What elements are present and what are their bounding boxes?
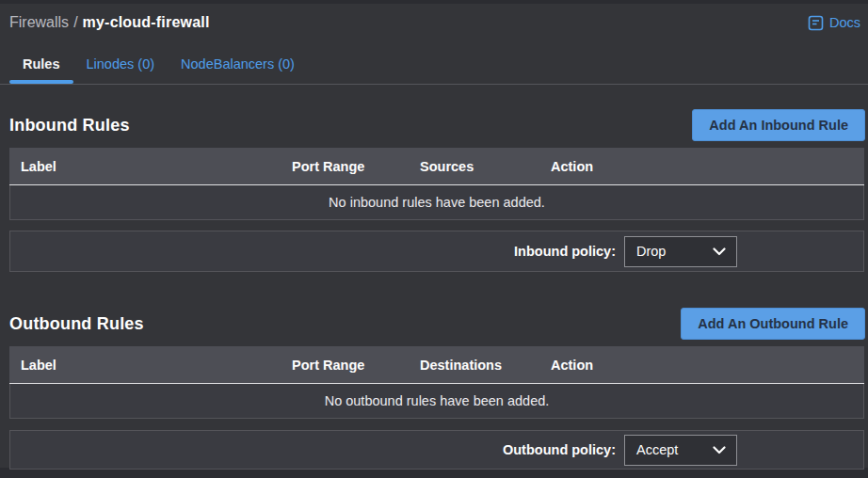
- inbound-section-header: Inbound Rules Add An Inbound Rule: [9, 109, 865, 141]
- inbound-rules-title: Inbound Rules: [9, 116, 130, 135]
- inbound-empty-row: No inbound rules have been added.: [9, 185, 864, 220]
- outbound-policy-label: Outbound policy:: [503, 442, 616, 457]
- firewall-detail-page: Firewalls/my-cloud-firewall Docs Rules L…: [0, 4, 868, 468]
- tab-nodebalancers[interactable]: NodeBalancers (0): [168, 55, 308, 84]
- inbound-column-label: Label: [9, 159, 292, 174]
- outbound-section-header: Outbound Rules Add An Outbound Rule: [9, 308, 865, 340]
- breadcrumb-firewalls-link[interactable]: Firewalls: [9, 14, 69, 30]
- inbound-policy-row: Inbound policy: Drop: [9, 231, 864, 272]
- outbound-column-action: Action: [551, 358, 864, 373]
- inbound-policy-value: Drop: [636, 244, 666, 259]
- tab-rules[interactable]: Rules: [9, 55, 73, 84]
- outbound-policy-select[interactable]: Accept: [624, 435, 737, 466]
- breadcrumb: Firewalls/my-cloud-firewall: [9, 14, 210, 31]
- add-inbound-rule-button[interactable]: Add An Inbound Rule: [692, 109, 865, 141]
- inbound-rules-table: Label Port Range Sources Action No inbou…: [9, 148, 864, 220]
- docs-document-icon: [808, 15, 824, 31]
- outbound-empty-row: No outbound rules have been added.: [9, 384, 864, 419]
- breadcrumb-current-firewall: my-cloud-firewall: [83, 14, 210, 30]
- inbound-column-action: Action: [551, 159, 864, 174]
- inbound-column-sources: Sources: [420, 159, 551, 174]
- inbound-table-header: Label Port Range Sources Action: [9, 148, 864, 185]
- inbound-empty-message: No inbound rules have been added.: [329, 195, 545, 210]
- tab-bar: Rules Linodes (0) NodeBalancers (0): [0, 55, 868, 85]
- breadcrumb-separator: /: [73, 14, 77, 30]
- outbound-policy-value: Accept: [636, 442, 678, 457]
- docs-link[interactable]: Docs: [808, 15, 860, 31]
- add-outbound-rule-button[interactable]: Add An Outbound Rule: [681, 308, 865, 340]
- inbound-policy-label: Inbound policy:: [514, 244, 616, 259]
- inbound-policy-select[interactable]: Drop: [624, 236, 737, 267]
- docs-link-label: Docs: [829, 15, 860, 30]
- outbound-empty-message: No outbound rules have been added.: [325, 393, 550, 408]
- chevron-down-icon: [713, 446, 726, 454]
- top-bar: Firewalls/my-cloud-firewall Docs: [0, 4, 868, 34]
- inbound-column-port-range: Port Range: [292, 159, 420, 174]
- outbound-column-label: Label: [9, 358, 292, 373]
- outbound-table-header: Label Port Range Destinations Action: [9, 346, 864, 384]
- outbound-rules-table: Label Port Range Destinations Action No …: [9, 346, 864, 419]
- tab-linodes[interactable]: Linodes (0): [73, 55, 169, 84]
- outbound-rules-title: Outbound Rules: [9, 314, 144, 334]
- outbound-policy-row: Outbound policy: Accept: [9, 430, 864, 470]
- chevron-down-icon: [713, 247, 726, 256]
- outbound-column-port-range: Port Range: [292, 358, 420, 373]
- outbound-column-destinations: Destinations: [420, 358, 551, 373]
